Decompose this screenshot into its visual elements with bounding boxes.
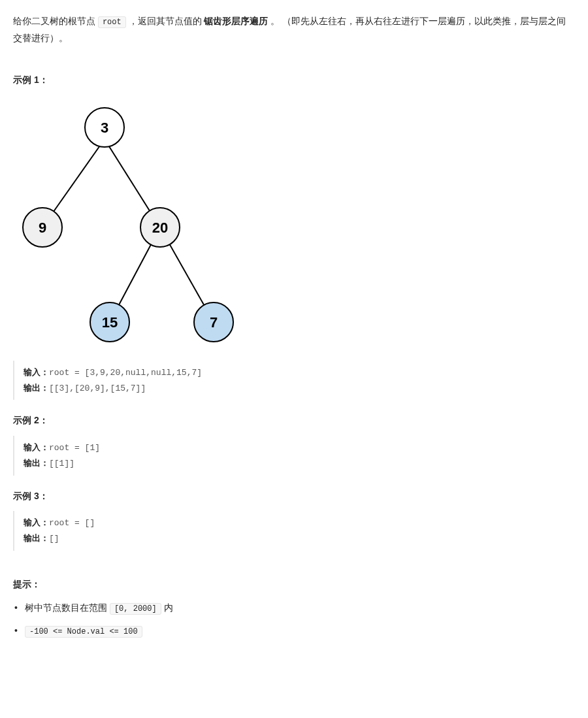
input-value: root = [3,9,20,null,null,15,7] — [49, 368, 202, 378]
input-label: 输入： — [24, 517, 49, 527]
output-value: [] — [49, 534, 59, 544]
example-1-input: 输入：root = [3,9,20,null,null,15,7] — [24, 365, 575, 380]
description-text: 给你二叉树的根节点 root ，返回其节点值的 锯齿形层序遍历 。 （即先从左往… — [13, 13, 575, 46]
example-3-block: 输入：root = [] 输出：[] — [13, 511, 575, 551]
constraint-code: -100 <= Node.val <= 100 — [25, 626, 142, 638]
output-label: 输出： — [24, 533, 49, 543]
tree-node-15: 15 — [102, 314, 118, 331]
constraint-item: -100 <= Node.val <= 100 — [13, 623, 575, 638]
example-1-output: 输出：[[3],[20,9],[15,7]] — [24, 380, 575, 396]
constraint-item: 树中节点数目在范围 [0, 2000] 内 — [13, 600, 575, 615]
tree-diagram: 3 9 20 15 7 — [13, 100, 248, 348]
tree-node-3: 3 — [101, 120, 108, 136]
example-2-title: 示例 2： — [13, 413, 575, 427]
input-value: root = [] — [49, 518, 95, 528]
desc-text-mid: ，返回其节点值的 — [126, 16, 204, 26]
example-3-input: 输入：root = [] — [24, 515, 575, 530]
output-label: 输出： — [24, 383, 49, 393]
example-2-input: 输入：root = [1] — [24, 440, 575, 455]
constraints-list: 树中节点数目在范围 [0, 2000] 内 -100 <= Node.val <… — [13, 600, 575, 638]
example-1-title: 示例 1： — [13, 73, 575, 87]
problem-description: 给你二叉树的根节点 root ，返回其节点值的 锯齿形层序遍历 。 （即先从左往… — [13, 13, 575, 46]
example-3-title: 示例 3： — [13, 489, 575, 503]
tree-node-7: 7 — [210, 314, 218, 331]
example-2-output: 输出：[[1]] — [24, 455, 575, 471]
input-label: 输入： — [24, 442, 49, 452]
root-code: root — [98, 16, 126, 28]
tree-node-9: 9 — [39, 220, 46, 236]
constraint-text-post: 内 — [161, 602, 173, 613]
desc-text-pre: 给你二叉树的根节点 — [13, 16, 98, 26]
input-value: root = [1] — [49, 443, 100, 453]
tree-node-20: 20 — [152, 220, 168, 236]
output-label: 输出： — [24, 458, 49, 468]
example-3-output: 输出：[] — [24, 530, 575, 546]
constraint-text-pre: 树中节点数目在范围 — [25, 602, 110, 613]
output-value: [[3],[20,9],[15,7]] — [49, 383, 146, 393]
constraints-title: 提示： — [13, 577, 575, 591]
constraint-code: [0, 2000] — [110, 603, 161, 615]
desc-bold: 锯齿形层序遍历 — [204, 16, 268, 26]
example-1-block: 输入：root = [3,9,20,null,null,15,7] 输出：[[3… — [13, 361, 575, 400]
output-value: [[1]] — [49, 459, 74, 468]
input-label: 输入： — [24, 367, 49, 377]
example-2-block: 输入：root = [1] 输出：[[1]] — [13, 436, 575, 476]
